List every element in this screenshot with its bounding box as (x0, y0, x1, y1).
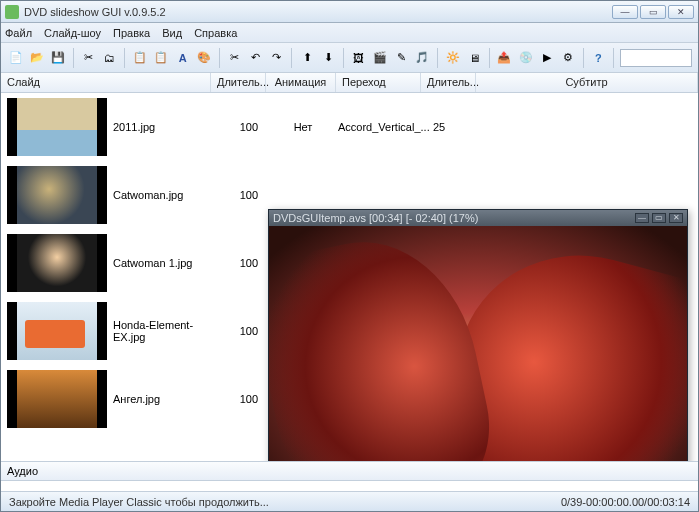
toolbar: 📄 📂 💾 ✂ 🗂 📋 📋 A 🎨 ✂ ↶ ↷ ⬆ ⬇ 🖼 🎬 ✎ 🎵 🔆 🖥 … (1, 43, 698, 73)
separator (73, 48, 74, 68)
open-icon[interactable]: 📂 (28, 49, 45, 67)
thumbnail (7, 302, 107, 360)
up-icon[interactable]: ⬆ (298, 49, 315, 67)
text-icon[interactable]: A (174, 49, 191, 67)
table-row[interactable]: 2011.jpg 100 Нет Accord_Vertical_... 25 (1, 93, 698, 161)
props-icon[interactable]: 🗂 (101, 49, 118, 67)
save-icon[interactable]: 💾 (50, 49, 67, 67)
list-header: Слайд Длитель... Анимация Переход Длител… (1, 73, 698, 93)
player-title: DVDsGUItemp.avs [00:34] [- 02:40] (17%) (273, 212, 478, 224)
menubar: Файл Слайд-шоу Правка Вид Справка (1, 23, 698, 43)
slide-list: 2011.jpg 100 Нет Accord_Vertical_... 25 … (1, 93, 698, 461)
menu-edit[interactable]: Правка (113, 27, 150, 39)
yt-icon[interactable]: ▶ (538, 49, 555, 67)
menu-help[interactable]: Справка (194, 27, 237, 39)
gear-icon[interactable]: ⚙ (560, 49, 577, 67)
slide-duration: 100 (213, 121, 268, 133)
screen-icon[interactable]: 🖥 (465, 49, 482, 67)
statusbar: Закройте Media Player Classic чтобы прод… (1, 491, 698, 511)
status-left: Закройте Media Player Classic чтобы прод… (9, 496, 269, 508)
separator (437, 48, 438, 68)
img-icon[interactable]: 🖼 (350, 49, 367, 67)
slide-duration: 100 (213, 325, 268, 337)
new-icon[interactable]: 📄 (7, 49, 24, 67)
player-video-area[interactable] (269, 226, 687, 461)
music-icon[interactable]: 🎵 (414, 49, 431, 67)
slide-animation: Нет (268, 121, 338, 133)
menu-view[interactable]: Вид (162, 27, 182, 39)
slide-name: Catwoman.jpg (113, 189, 213, 201)
col-slide[interactable]: Слайд (1, 73, 211, 92)
player-titlebar[interactable]: DVDsGUItemp.avs [00:34] [- 02:40] (17%) … (269, 210, 687, 226)
paste-icon[interactable]: 📋 (153, 49, 170, 67)
menu-file[interactable]: Файл (5, 27, 32, 39)
col-tduration[interactable]: Длитель... (421, 73, 476, 92)
thumbnail (7, 370, 107, 428)
toolbar-input[interactable] (620, 49, 692, 67)
edit2-icon[interactable]: ✎ (393, 49, 410, 67)
col-duration[interactable]: Длитель... (211, 73, 266, 92)
fx-icon[interactable]: 🔆 (444, 49, 461, 67)
close-button[interactable]: ✕ (668, 5, 694, 19)
slide-transition: Accord_Vertical_... (338, 121, 423, 133)
down-icon[interactable]: ⬇ (320, 49, 337, 67)
thumbnail (7, 166, 107, 224)
col-transition[interactable]: Переход (336, 73, 421, 92)
main-window: DVD slideshow GUI v.0.9.5.2 — ▭ ✕ Файл С… (0, 0, 699, 512)
copy-icon[interactable]: 📋 (131, 49, 148, 67)
cd-icon[interactable]: 💿 (517, 49, 534, 67)
scissors-icon[interactable]: ✂ (226, 49, 243, 67)
menu-slideshow[interactable]: Слайд-шоу (44, 27, 101, 39)
separator (489, 48, 490, 68)
separator (613, 48, 614, 68)
slide-name: Ангел.jpg (113, 393, 213, 405)
undo-icon[interactable]: ↶ (247, 49, 264, 67)
titlebar[interactable]: DVD slideshow GUI v.0.9.5.2 — ▭ ✕ (1, 1, 698, 23)
col-animation[interactable]: Анимация (266, 73, 336, 92)
separator (291, 48, 292, 68)
player-maximize-button[interactable]: ▭ (652, 213, 666, 223)
media-player-window[interactable]: DVDsGUItemp.avs [00:34] [- 02:40] (17%) … (268, 209, 688, 461)
app-icon (5, 5, 19, 19)
player-minimize-button[interactable]: — (635, 213, 649, 223)
thumbnail (7, 98, 107, 156)
thumbnail (7, 234, 107, 292)
separator (343, 48, 344, 68)
separator (583, 48, 584, 68)
redo-icon[interactable]: ↷ (268, 49, 285, 67)
slide-duration: 100 (213, 257, 268, 269)
movie-icon[interactable]: 🎬 (371, 49, 388, 67)
slide-name: 2011.jpg (113, 121, 213, 133)
status-right: 0/39-00:00:00.00/00:03:14 (561, 496, 690, 508)
help-icon[interactable]: ? (590, 49, 607, 67)
col-subtitle[interactable]: Субтитр (476, 73, 698, 92)
slide-duration: 100 (213, 189, 268, 201)
separator (219, 48, 220, 68)
minimize-button[interactable]: — (612, 5, 638, 19)
slide-tduration: 25 (423, 121, 478, 133)
slide-name: Catwoman 1.jpg (113, 257, 213, 269)
cut-icon[interactable]: ✂ (80, 49, 97, 67)
slide-name: Honda-Element-EX.jpg (113, 319, 213, 343)
player-close-button[interactable]: ✕ (669, 213, 683, 223)
color-icon[interactable]: 🎨 (195, 49, 212, 67)
audio-label: Аудио (1, 461, 698, 481)
separator (124, 48, 125, 68)
maximize-button[interactable]: ▭ (640, 5, 666, 19)
slide-duration: 100 (213, 393, 268, 405)
export-icon[interactable]: 📤 (496, 49, 513, 67)
window-title: DVD slideshow GUI v.0.9.5.2 (24, 6, 612, 18)
